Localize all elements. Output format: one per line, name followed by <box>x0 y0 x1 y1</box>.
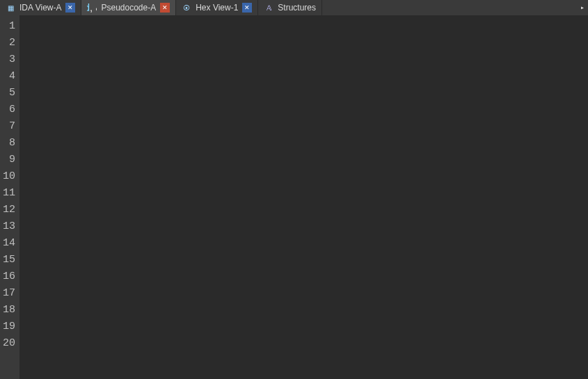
tab-label: Pseudocode-A <box>101 3 156 13</box>
tab-label: Hex View-1 <box>196 3 238 13</box>
line-number: 3 <box>3 51 15 68</box>
tab-ida-view-a[interactable]: ▦IDA View-A✕ <box>0 0 81 15</box>
line-number: 14 <box>3 235 15 252</box>
line-number: 19 <box>3 318 15 335</box>
code-icon: ▤int sub_4015E0(){ HANDLE CurrentThread;… <box>87 3 97 13</box>
view-icon: ▦ <box>6 3 15 13</box>
line-number: 6 <box>3 102 15 118</box>
tab-label: Structures <box>278 3 316 13</box>
tab-label: IDA View-A <box>19 3 61 13</box>
tab-structures[interactable]: 𝔸Structures <box>258 0 322 15</box>
code-area[interactable] <box>19 15 588 379</box>
line-number: 4 <box>3 68 15 85</box>
hex-icon: ⦿ <box>182 3 191 13</box>
line-number: 18 <box>3 302 15 318</box>
line-number: 1 <box>3 18 15 35</box>
tab-bar: ▦IDA View-A✕▤int sub_4015E0(){ HANDLE Cu… <box>0 0 588 15</box>
line-number: 2 <box>3 35 15 51</box>
close-icon[interactable]: ✕ <box>160 3 170 13</box>
struct-icon: 𝔸 <box>264 3 273 13</box>
token-punc: , & <box>90 3 97 13</box>
line-number: 17 <box>3 285 15 302</box>
line-number: 9 <box>3 152 15 168</box>
line-number: 10 <box>3 168 15 185</box>
line-number: 16 <box>3 268 15 285</box>
close-icon[interactable]: ✕ <box>242 3 252 13</box>
line-number: 7 <box>3 118 15 135</box>
tab-pseudocode-a[interactable]: ▤int sub_4015E0(){ HANDLE CurrentThread;… <box>81 0 176 15</box>
tab-overflow-icon[interactable]: ▸ <box>577 0 588 15</box>
line-number: 5 <box>3 85 15 102</box>
line-number: 11 <box>3 185 15 202</box>
line-number-gutter: 1234567891011121314151617181920 <box>0 15 19 379</box>
code-line[interactable]: if ( !GetThreadContext(CurrentThread, &C… <box>87 3 97 13</box>
line-number: 8 <box>3 135 15 152</box>
line-number: 20 <box>3 335 15 352</box>
line-number: 15 <box>3 252 15 268</box>
close-icon[interactable]: ✕ <box>65 3 75 13</box>
tab-hex-view-1[interactable]: ⦿Hex View-1✕ <box>176 0 258 15</box>
line-number: 13 <box>3 218 15 235</box>
line-number: 12 <box>3 202 15 218</box>
code-editor: 1234567891011121314151617181920 <box>0 15 588 379</box>
